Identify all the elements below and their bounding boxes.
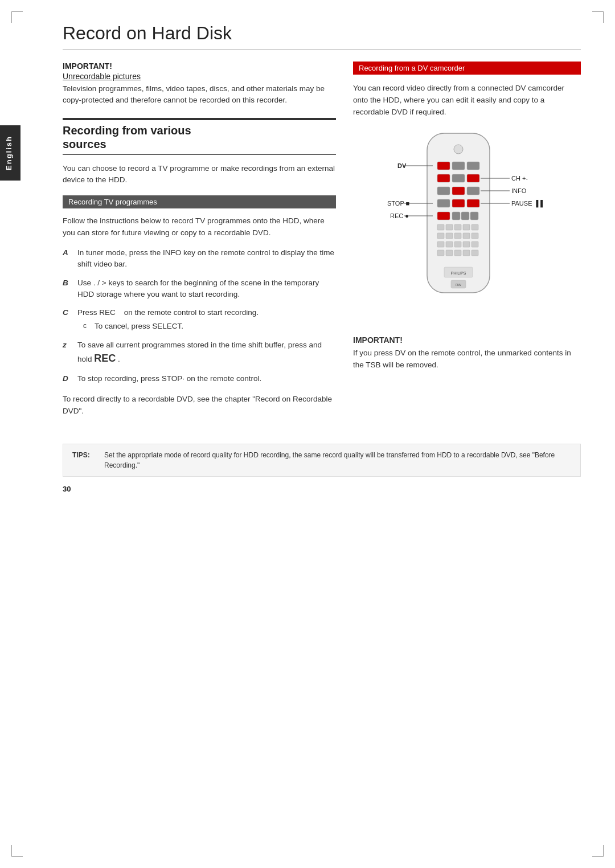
step-z-content: To save all current programmes stored in… — [77, 339, 336, 366]
corner-bl — [11, 845, 23, 857]
svg-rect-36 — [454, 250, 461, 256]
step-d-content: To stop recording, press STOP· on the re… — [77, 373, 336, 384]
step-c-content: Press REC on the remote control to start… — [77, 307, 336, 333]
svg-rect-21 — [454, 224, 461, 230]
recording-tv-text: Follow the instructions below to record … — [63, 215, 336, 239]
svg-rect-20 — [446, 224, 453, 230]
svg-rect-4 — [467, 162, 479, 170]
corner-tl — [11, 11, 23, 23]
rec-bold: REC — [94, 353, 116, 364]
tips-text: Set the appropriate mode of record quali… — [104, 450, 571, 470]
step-z-label: z — [63, 339, 72, 366]
svg-rect-17 — [461, 212, 469, 220]
svg-text:PAUSE ▐▐: PAUSE ▐▐ — [511, 199, 543, 208]
step-c: C Press REC on the remote control to sta… — [63, 307, 336, 333]
step-a: A In tuner mode, press the INFO key on t… — [63, 247, 336, 271]
svg-rect-29 — [437, 241, 444, 247]
svg-text:INFO: INFO — [511, 187, 527, 194]
svg-text:REC ●: REC ● — [390, 212, 409, 219]
svg-rect-23 — [472, 224, 478, 230]
svg-rect-22 — [463, 224, 470, 230]
svg-rect-6 — [452, 174, 465, 182]
dv-section-bar: Recording from a DV camcorder — [353, 62, 581, 75]
svg-rect-11 — [437, 199, 450, 207]
remote-svg-container: PHILIPS RW — [387, 128, 547, 323]
corner-tr — [592, 11, 604, 23]
content-wrapper: IMPORTANT! Unrecordable pictures Televis… — [63, 62, 581, 427]
steps-list: A In tuner mode, press the INFO key on t… — [63, 247, 336, 384]
left-column: IMPORTANT! Unrecordable pictures Televis… — [63, 62, 336, 427]
svg-rect-25 — [446, 233, 453, 239]
svg-rect-28 — [472, 233, 478, 239]
section-intro: You can choose to record a TV programme … — [63, 163, 336, 187]
svg-rect-37 — [463, 250, 470, 256]
step-a-content: In tuner mode, press the INFO key on the… — [77, 247, 336, 271]
step-c-label: C — [63, 307, 72, 333]
important-note-title: IMPORTANT! — [353, 334, 581, 347]
svg-rect-9 — [452, 187, 465, 195]
svg-rect-33 — [472, 241, 478, 247]
svg-rect-16 — [452, 212, 460, 220]
remote-wrapper: PHILIPS RW — [353, 128, 581, 323]
dv-text: You can record video directly from a con… — [353, 83, 581, 118]
svg-rect-38 — [472, 250, 478, 256]
step-c-main: Press REC on the remote control to start… — [77, 308, 259, 317]
right-column: Recording from a DV camcorder You can re… — [353, 62, 581, 427]
svg-rect-19 — [437, 224, 444, 230]
svg-rect-13 — [467, 199, 479, 207]
step-z: z To save all current programmes stored … — [63, 339, 336, 366]
svg-rect-27 — [463, 233, 470, 239]
svg-rect-15 — [444, 212, 451, 215]
important-title: IMPORTANT! — [63, 62, 336, 71]
svg-text:CH +-: CH +- — [511, 175, 528, 182]
svg-rect-26 — [454, 233, 461, 239]
svg-rect-31 — [454, 241, 461, 247]
section-heading: Recording from various sources — [63, 124, 336, 151]
svg-point-1 — [454, 145, 463, 154]
sidebar-language-label: English — [0, 125, 20, 181]
page-title: Record on Hard Disk — [63, 23, 581, 50]
svg-rect-35 — [446, 250, 453, 256]
step-a-label: A — [63, 247, 72, 271]
svg-rect-8 — [437, 187, 450, 195]
recording-tv-bar: Recording TV programmes — [63, 195, 336, 208]
svg-rect-10 — [467, 187, 479, 195]
page-container: English Record on Hard Disk IMPORTANT! U… — [0, 0, 615, 868]
step-c-sub-text: To cancel, press SELECT. — [95, 321, 183, 332]
svg-rect-18 — [470, 212, 478, 220]
step-b-content: Use . / > keys to search for the beginni… — [77, 277, 336, 301]
svg-text:PHILIPS: PHILIPS — [451, 271, 466, 275]
remote-svg: PHILIPS RW — [387, 128, 547, 321]
step-b-label: B — [63, 277, 72, 301]
svg-text:RW: RW — [456, 283, 461, 286]
svg-rect-5 — [437, 174, 450, 182]
svg-rect-3 — [452, 162, 465, 170]
svg-rect-34 — [437, 250, 444, 256]
svg-rect-7 — [467, 174, 479, 182]
section-heading-block: Recording from various sources — [63, 118, 336, 155]
corner-br — [592, 845, 604, 857]
step-c-sub: c To cancel, press SELECT. — [83, 321, 336, 332]
step-b: B Use . / > keys to search for the begin… — [63, 277, 336, 301]
svg-text:DV: DV — [397, 162, 407, 169]
important-text: Television programmes, films, video tape… — [63, 83, 336, 107]
important-box: IMPORTANT! Unrecordable pictures Televis… — [63, 62, 336, 107]
important-note: IMPORTANT! If you press DV on the remote… — [353, 334, 581, 372]
step-d-label: D — [63, 373, 72, 384]
svg-rect-12 — [452, 199, 465, 207]
important-note-text: If you press DV on the remote control, t… — [353, 347, 581, 371]
page-number: 30 — [63, 485, 581, 493]
tips-box: TIPS: Set the appropriate mode of record… — [63, 444, 581, 477]
step-d: D To stop recording, press STOP· on the … — [63, 373, 336, 384]
tips-label: TIPS: — [72, 450, 95, 470]
dvd-note: To record directly to a recordable DVD, … — [63, 394, 336, 417]
step-c-sub-label: c — [83, 321, 90, 332]
svg-rect-30 — [446, 241, 453, 247]
unrecordable-subtitle: Unrecordable pictures — [63, 72, 336, 81]
svg-rect-24 — [437, 233, 444, 239]
svg-rect-2 — [437, 162, 450, 170]
svg-text:STOP ■: STOP ■ — [387, 200, 409, 207]
svg-rect-32 — [463, 241, 470, 247]
